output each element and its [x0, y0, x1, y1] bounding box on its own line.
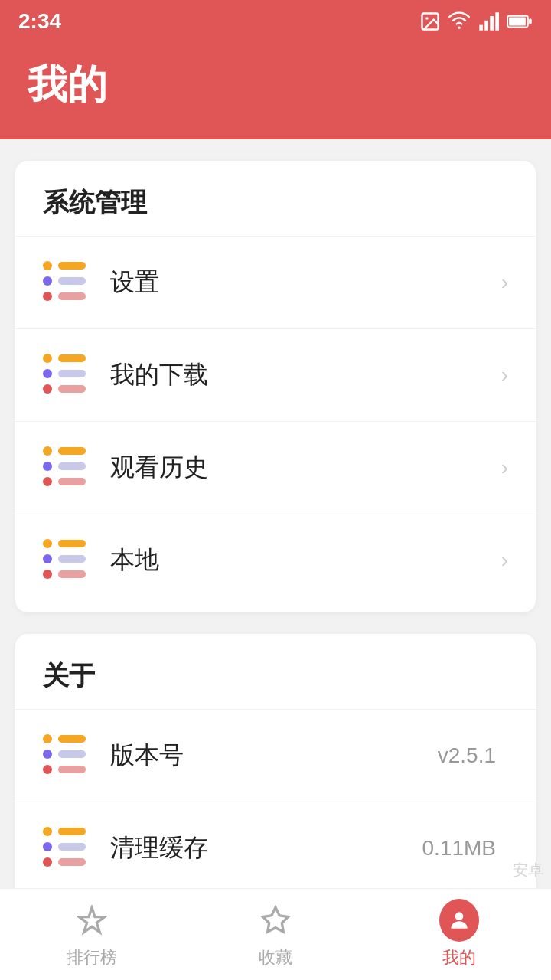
local-chevron: ›	[501, 548, 508, 573]
svg-rect-5	[490, 16, 494, 31]
version-item: 版本号 v2.5.1	[15, 709, 536, 802]
image-icon	[419, 11, 441, 32]
system-management-title: 系统管理	[15, 185, 536, 236]
local-label: 本地	[110, 544, 501, 577]
favorites-icon	[256, 900, 295, 940]
local-item[interactable]: 本地 ›	[15, 514, 536, 606]
watch-history-icon	[43, 443, 92, 492]
my-downloads-label: 我的下载	[110, 358, 501, 392]
system-management-card: 系统管理 设置 › 我的下载 ›	[15, 161, 536, 612]
svg-rect-4	[484, 21, 488, 31]
settings-item[interactable]: 设置 ›	[15, 236, 536, 328]
settings-chevron: ›	[501, 270, 508, 295]
watch-history-item[interactable]: 观看历史 ›	[15, 421, 536, 514]
mine-icon	[439, 900, 479, 940]
local-icon	[43, 536, 92, 585]
svg-point-1	[425, 17, 429, 20]
clear-cache-icon	[43, 824, 92, 873]
nav-favorites[interactable]: 收藏	[184, 900, 367, 969]
watch-history-chevron: ›	[501, 456, 508, 480]
wifi-icon	[448, 11, 470, 32]
settings-label: 设置	[110, 266, 501, 299]
version-value: v2.5.1	[438, 743, 496, 768]
version-label: 版本号	[110, 739, 438, 773]
svg-rect-6	[495, 12, 499, 30]
clear-cache-label: 清理缓存	[110, 831, 422, 865]
svg-point-11	[455, 912, 464, 920]
watch-history-label: 观看历史	[110, 451, 501, 485]
nav-mine[interactable]: 我的	[367, 900, 551, 969]
my-downloads-icon	[43, 351, 92, 400]
signal-icon	[478, 11, 499, 32]
mine-label: 我的	[442, 946, 476, 969]
status-icons	[419, 11, 533, 32]
clear-cache-value: 0.11MB	[422, 836, 497, 861]
about-card: 关于 版本号 v2.5.1 清理缓存 0.11MB	[15, 634, 536, 900]
bottom-nav: 排行榜 收藏 我的	[0, 888, 551, 980]
header: 我的	[0, 43, 551, 139]
page-title: 我的	[28, 58, 523, 112]
svg-point-2	[458, 26, 461, 29]
ranking-label: 排行榜	[67, 946, 117, 969]
my-downloads-item[interactable]: 我的下载 ›	[15, 328, 536, 421]
about-title: 关于	[15, 658, 536, 709]
clear-cache-item[interactable]: 清理缓存 0.11MB	[15, 802, 536, 894]
version-icon	[43, 731, 92, 780]
mine-icon-circle	[439, 899, 479, 942]
status-bar: 2:34	[0, 0, 551, 43]
svg-rect-9	[529, 18, 532, 24]
nav-ranking[interactable]: 排行榜	[0, 900, 184, 969]
settings-icon	[43, 258, 92, 307]
svg-rect-3	[479, 25, 483, 31]
my-downloads-chevron: ›	[501, 363, 508, 387]
battery-icon	[507, 13, 533, 30]
svg-rect-8	[509, 18, 526, 26]
status-time: 2:34	[18, 9, 61, 34]
favorites-label: 收藏	[259, 946, 292, 969]
ranking-icon	[72, 900, 112, 940]
svg-marker-10	[262, 907, 288, 932]
